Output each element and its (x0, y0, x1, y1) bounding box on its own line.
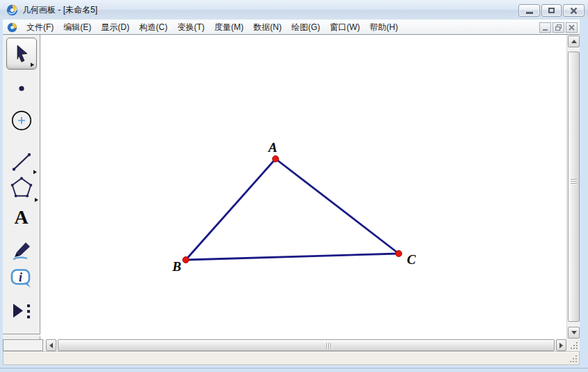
down-arrow-icon (571, 331, 577, 334)
custom-tool-icon (10, 302, 33, 320)
menu-construct[interactable]: 构造(C) (134, 20, 173, 36)
statusbar-resize-grip-icon[interactable] (569, 355, 578, 363)
flyout-arrow-icon (35, 198, 38, 202)
tool-palette: A i (3, 35, 40, 339)
point-C[interactable] (396, 251, 402, 257)
marker-tool[interactable] (3, 238, 40, 265)
vertical-scroll-thumb[interactable] (568, 52, 580, 322)
compass-circle-tool[interactable] (3, 107, 40, 134)
mdi-restore-icon (555, 24, 562, 31)
right-arrow-icon (559, 343, 563, 348)
custom-tool[interactable] (3, 297, 40, 325)
thumb-grip (571, 179, 577, 185)
minimize-button[interactable] (518, 4, 540, 17)
up-arrow-icon (571, 40, 577, 43)
mdi-close-button[interactable] (566, 22, 578, 33)
scroll-up-button[interactable] (568, 36, 580, 47)
scroll-right-button[interactable] (556, 339, 566, 351)
segment-icon (10, 150, 33, 173)
menu-file[interactable]: 文件(F) (22, 20, 58, 36)
point-label-C[interactable]: C (407, 252, 416, 267)
document-app-icon (7, 22, 17, 33)
menu-data[interactable]: 数据(N) (248, 20, 287, 36)
window-bottom-edge (0, 368, 588, 369)
point-icon (17, 84, 26, 93)
menu-transform[interactable]: 变换(T) (173, 20, 209, 36)
menu-display[interactable]: 显示(D) (96, 20, 134, 36)
main-area: A i (3, 35, 580, 339)
mdi-restore-button[interactable] (553, 22, 564, 33)
text-tool-icon: A (14, 208, 28, 227)
close-icon (570, 7, 578, 15)
segment-CA[interactable] (276, 159, 399, 254)
menu-window[interactable]: 窗口(W) (325, 20, 365, 36)
window-controls (518, 4, 585, 17)
bottom-left-corner-panel (3, 339, 43, 351)
app-icon (6, 4, 18, 16)
info-bubble-icon: i (10, 268, 33, 289)
title-bar: 几何画板 - [未命名5] (0, 0, 588, 20)
selected-tool-frame (6, 38, 37, 70)
menu-graph[interactable]: 绘图(G) (287, 20, 325, 36)
information-tool[interactable]: i (3, 265, 40, 293)
thumb-grip (326, 343, 333, 349)
segment-AB[interactable] (186, 159, 276, 260)
flyout-arrow-icon (31, 63, 34, 67)
menu-measure[interactable]: 度量(M) (209, 20, 248, 36)
point-tool[interactable] (3, 75, 40, 102)
text-tool[interactable]: A (3, 203, 40, 231)
selection-arrow-tool[interactable] (3, 36, 40, 70)
status-bar (3, 351, 580, 365)
mdi-close-icon (569, 24, 575, 31)
straightedge-tool[interactable] (3, 148, 40, 176)
tool-palette-end (3, 334, 40, 336)
point-B[interactable] (183, 257, 189, 263)
scroll-down-button[interactable] (568, 327, 580, 339)
app-window: 几何画板 - [未命名5] 文件(F) 编辑(E) 显示(D) 构造(C) 变换… (0, 0, 588, 372)
point-label-B[interactable]: B (172, 259, 182, 274)
bottom-scroll-row (3, 339, 580, 351)
menu-edit[interactable]: 编辑(E) (58, 20, 96, 36)
left-arrow-icon (49, 343, 53, 348)
polygon-tool[interactable] (3, 174, 40, 202)
window-title: 几何画板 - [未命名5] (22, 4, 97, 16)
sketch-svg: ABC (40, 35, 566, 339)
scroll-left-button[interactable] (46, 339, 56, 351)
horizontal-scrollbar[interactable] (43, 339, 567, 351)
mdi-minimize-icon (543, 29, 548, 31)
circle-icon (10, 109, 33, 132)
resize-corner[interactable] (567, 339, 580, 351)
svg-text:i: i (19, 270, 22, 284)
vertical-scrollbar[interactable] (566, 35, 580, 339)
horizontal-scroll-thumb[interactable] (58, 339, 555, 351)
arrow-cursor-icon (13, 44, 31, 63)
marker-pen-icon (10, 241, 33, 262)
restore-button[interactable] (541, 4, 562, 17)
menu-help[interactable]: 帮助(H) (365, 20, 403, 36)
sketch-canvas[interactable]: ABC (40, 35, 566, 339)
close-button[interactable] (563, 4, 585, 17)
mdi-minimize-button[interactable] (539, 22, 551, 33)
point-label-A[interactable]: A (268, 140, 278, 155)
mdi-window-controls (539, 22, 578, 33)
pentagon-icon (9, 176, 34, 200)
segment-BC[interactable] (186, 254, 399, 260)
resize-grip-icon (570, 341, 578, 350)
minimize-icon (526, 12, 533, 14)
point-A[interactable] (273, 156, 279, 162)
menu-bar: 文件(F) 编辑(E) 显示(D) 构造(C) 变换(T) 度量(M) 数据(N… (3, 20, 580, 35)
restore-icon (548, 8, 555, 13)
